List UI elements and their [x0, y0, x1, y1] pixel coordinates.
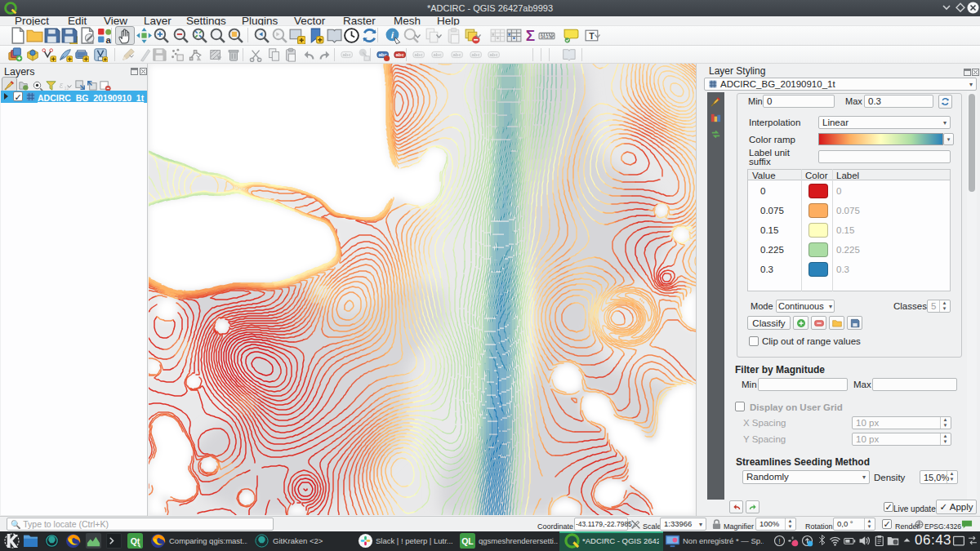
svg-text:ε: ε [60, 81, 64, 90]
svg-text:abc: abc [453, 52, 462, 57]
svg-text:!: ! [778, 538, 780, 545]
svg-text:abc: abc [472, 52, 481, 57]
svg-text:abc: abc [415, 52, 424, 57]
svg-text:abc: abc [434, 52, 443, 57]
svg-text:abc: abc [490, 52, 499, 57]
svg-text:abc: abc [343, 52, 352, 57]
svg-text:Qt: Qt [131, 537, 140, 546]
svg-text:abc: abc [396, 52, 405, 57]
svg-text:QL: QL [461, 537, 474, 546]
svg-text:Σ: Σ [526, 27, 535, 44]
